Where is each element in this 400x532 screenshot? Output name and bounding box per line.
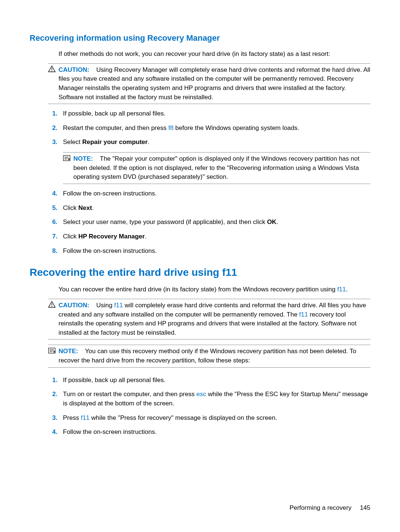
key-f11: f11 [337,286,346,293]
section1-step5: Click Next. [59,204,370,213]
intro-text: . [346,286,348,293]
intro-text: You can recover the entire hard drive (i… [59,286,337,293]
page-content: Recovering information using Recovery Ma… [0,0,400,464]
section1-note-text: The "Repair your computer" option is dis… [73,155,359,180]
step-text: . [92,204,94,211]
spacer [91,302,96,309]
note-icon [63,154,71,162]
step-text: Select your user name, type your passwor… [63,218,267,225]
key-f8: f8 [168,124,173,131]
section2-step3: Press f11 while the "Press for recovery"… [59,414,370,423]
caution-label: CAUTION: [59,66,89,73]
caution-text [91,66,96,73]
section1-step2: Restart the computer, and then press f8 … [59,124,370,133]
section1-caution: CAUTION: Using Recovery Manager will com… [48,63,370,104]
step-text: while the "Press for recovery" message i… [90,414,277,421]
section1-step1: If possible, back up all personal files. [59,109,370,118]
page-footer: Performing a recovery 145 [290,504,370,512]
key-f11: f11 [114,302,123,309]
section1-step7: Click HP Recovery Manager. [59,232,370,241]
section1-intro: If other methods do not work, you can re… [59,50,370,59]
note-icon [48,347,56,354]
step-text: Click [63,204,79,211]
step-text: before the Windows operating system load… [174,124,299,131]
section1-step6: Select your user name, type your passwor… [59,218,370,227]
ok-button-ref: OK [267,218,277,225]
key-esc: esc [196,391,206,398]
key-f11: f11 [299,311,308,318]
key-f11: f11 [81,414,90,421]
note-label: NOTE: [59,348,78,355]
step-text: . [145,233,147,240]
hp-recovery-manager-ref: HP Recovery Manager [79,233,145,240]
step-text: Select [63,138,82,145]
svg-point-2 [51,70,52,71]
next-button-ref: Next [79,204,92,211]
section1-note: NOTE: The "Repair your computer" option … [63,152,370,184]
step-text: Click [63,233,79,240]
step-text: . [148,138,150,145]
caution-label: CAUTION: [59,302,89,309]
section2-heading: Recovering the entire hard drive using f… [30,267,370,278]
spacer [80,348,85,355]
section1-step3: Select Repair your computer. NOTE: The "… [59,138,370,184]
section2-note: NOTE: You can use this recovery method o… [48,345,370,367]
section2-intro: You can recover the entire hard drive (i… [59,285,370,294]
footer-section-label: Performing a recovery [290,504,351,511]
repair-your-computer: Repair your computer [82,138,148,145]
svg-point-9 [51,306,52,307]
section1-caution-text: Using Recovery Manager will completely e… [59,66,370,101]
section1-heading: Recovering information using Recovery Ma… [30,33,370,43]
step-text: Turn on or restart the computer, and the… [63,391,196,398]
spacer [95,155,100,162]
step-text: Restart the computer, and then press [63,124,168,131]
step-text: . [276,218,278,225]
section2-step1: If possible, back up all personal files. [59,376,370,385]
caution-icon [48,66,56,73]
caution-text-a: Using [96,302,114,309]
step-text: Press [63,414,81,421]
section2-steps: If possible, back up all personal files.… [48,376,370,437]
caution-icon [48,301,56,308]
section1-step4: Follow the on-screen instructions. [59,189,370,198]
section2-step2: Turn on or restart the computer, and the… [59,390,370,408]
note-label: NOTE: [73,155,93,162]
section1-step8: Follow the on-screen instructions. [59,247,370,256]
page-number: 145 [360,504,370,511]
section2-note-text: You can use this recovery method only if… [59,348,356,364]
section1-steps: If possible, back up all personal files.… [48,109,370,255]
section2-caution: CAUTION: Using f11 will completely erase… [48,299,370,340]
section2-step4: Follow the on-screen instructions. [59,428,370,437]
